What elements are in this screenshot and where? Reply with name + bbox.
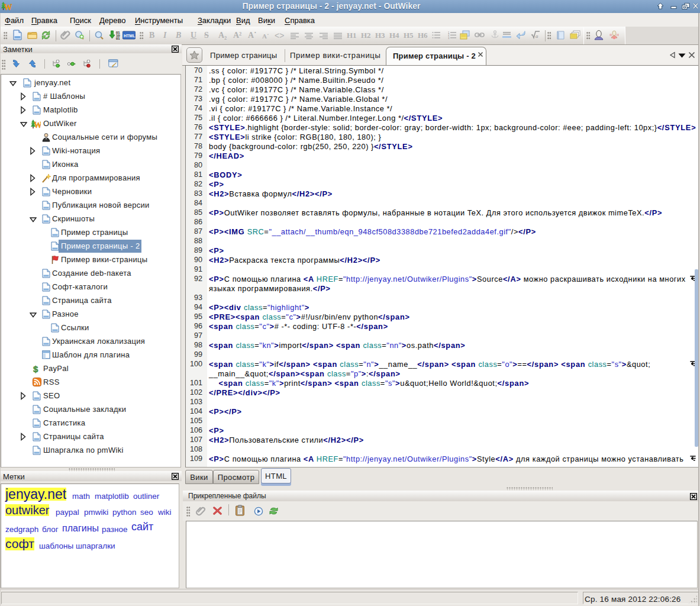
svg-text:3: 3 bbox=[448, 37, 450, 40]
svg-text:W: W bbox=[34, 121, 41, 130]
svg-text:a: a bbox=[536, 33, 538, 39]
svg-text:HTML: HTML bbox=[124, 34, 136, 38]
svg-text:01: 01 bbox=[116, 37, 120, 40]
svg-text:$: $ bbox=[33, 364, 38, 373]
